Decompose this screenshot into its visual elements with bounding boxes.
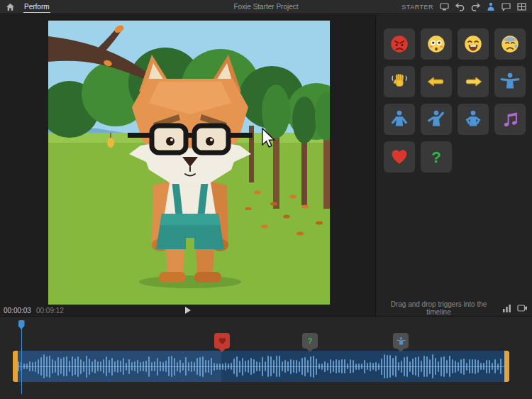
trigger-sad-face[interactable]: [494, 28, 526, 60]
audio-track[interactable]: [13, 351, 509, 382]
triggers-hint: Drag and drop triggers into the timeline: [380, 300, 497, 316]
point-right-icon: [462, 71, 484, 92]
trigger-question-mark[interactable]: ?: [421, 141, 452, 173]
trigger-pose-arm-raised[interactable]: [421, 104, 452, 135]
pose-marker-icon: [397, 337, 406, 346]
timeline-marker-pose[interactable]: [393, 333, 409, 349]
scenes-icon[interactable]: [517, 3, 526, 11]
display-icon[interactable]: [440, 3, 449, 11]
play-icon: [184, 306, 192, 315]
trigger-grid: ?: [376, 14, 532, 173]
home-icon[interactable]: [6, 3, 15, 11]
svg-text:?: ?: [431, 148, 441, 166]
trigger-flushed-face[interactable]: [421, 28, 452, 60]
trigger-music-note[interactable]: [494, 104, 526, 135]
heart-icon: [389, 146, 410, 168]
question-marker-icon: ?: [305, 336, 315, 346]
pose-arms-bent-icon: [462, 109, 484, 130]
angry-face-icon: [389, 33, 410, 55]
timeline-marker-heart[interactable]: [214, 333, 230, 349]
timecode-current: 00:00:03: [4, 307, 31, 315]
pose-arms-down-icon: [389, 109, 410, 130]
trim-handle-left[interactable]: [13, 351, 18, 382]
trigger-laughing-face[interactable]: [458, 28, 489, 60]
trigger-point-left[interactable]: [421, 66, 452, 97]
scene-camera-icon[interactable]: [517, 304, 528, 312]
playhead-line: [21, 324, 23, 394]
timeline-section: ?: [0, 316, 532, 399]
triggers-footer: Drag and drop triggers into the timeline: [376, 300, 532, 316]
stage-panel: 00:00:0300:09:12: [0, 14, 376, 316]
pose-arms-out-icon: [499, 71, 521, 92]
flushed-face-icon: [426, 33, 447, 55]
puppet-icon[interactable]: [487, 2, 495, 11]
timecode: 00:00:0300:09:12: [4, 307, 64, 315]
trigger-point-right[interactable]: [458, 66, 489, 97]
audio-meter-icon[interactable]: [502, 304, 512, 312]
svg-text:?: ?: [308, 337, 313, 345]
redo-icon[interactable]: [471, 3, 480, 11]
timecode-duration: 00:09:12: [36, 307, 64, 315]
trigger-angry-face[interactable]: [384, 28, 415, 60]
wave-hand-icon: [389, 71, 410, 92]
music-note-icon: [499, 109, 521, 130]
timeline-marker-question[interactable]: ?: [302, 333, 318, 349]
chat-icon[interactable]: [501, 3, 511, 11]
sad-face-icon: [499, 33, 521, 55]
trigger-pose-arms-down[interactable]: [384, 104, 415, 135]
starter-label: STARTER: [401, 4, 433, 11]
trigger-heart[interactable]: [384, 141, 415, 173]
trigger-pose-arms-bent[interactable]: [458, 104, 489, 135]
laughing-face-icon: [462, 33, 484, 55]
main-area: 00:00:0300:09:12: [0, 14, 532, 316]
point-left-icon: [426, 71, 447, 92]
pose-arm-raised-icon: [426, 109, 447, 130]
stage-canvas[interactable]: [48, 21, 330, 305]
trim-handle-right[interactable]: [504, 351, 509, 382]
stage-controls: 00:00:0300:09:12: [0, 305, 375, 316]
top-bar: Perform Foxie Starter Project STARTER: [0, 0, 532, 14]
trigger-pose-arms-out[interactable]: [494, 66, 526, 97]
play-button[interactable]: [184, 306, 192, 315]
undo-icon[interactable]: [455, 3, 465, 11]
tab-perform[interactable]: Perform: [23, 1, 50, 13]
trigger-wave-hand[interactable]: [384, 66, 415, 97]
triggers-panel: ? Drag and drop triggers into the timeli…: [376, 14, 532, 316]
heart-marker-icon: [218, 337, 227, 345]
waveform-centerline: [18, 366, 504, 367]
question-mark-icon: ?: [426, 146, 447, 168]
